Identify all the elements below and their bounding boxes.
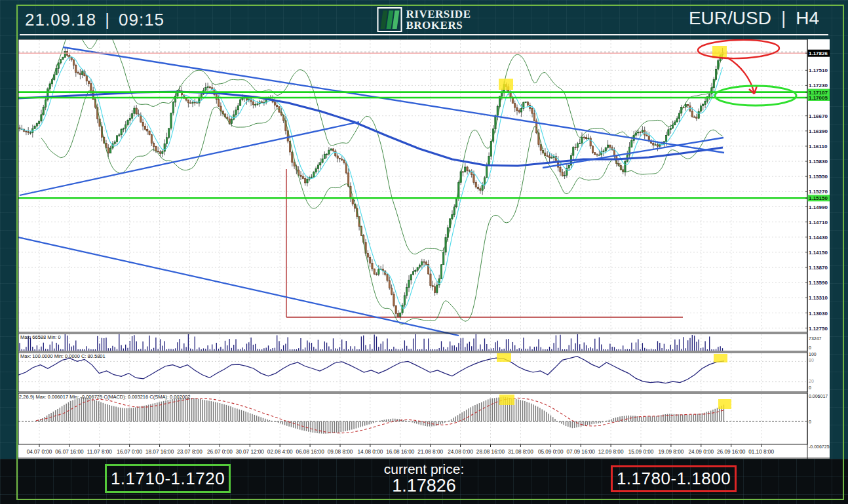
svg-text:24.08 0:00: 24.08 0:00 <box>448 449 473 455</box>
brand-line1: RIVERSIDE <box>406 9 471 20</box>
svg-text:09.08 8:00: 09.08 8:00 <box>328 449 353 455</box>
svg-text:1.15550: 1.15550 <box>809 174 828 180</box>
svg-text:1.12750: 1.12750 <box>809 326 828 332</box>
svg-text:80: 80 <box>809 358 814 362</box>
svg-text:Max: 66588 Min: 0: Max: 66588 Min: 0 <box>20 334 61 340</box>
timeframe-label: H4 <box>796 8 819 29</box>
svg-text:15.09 0:00: 15.09 0:00 <box>628 449 654 455</box>
svg-text:26.09 16:00: 26.09 16:00 <box>717 449 746 455</box>
date-label: 21.09.18 <box>25 10 96 30</box>
svg-text:24.09 0:00: 24.09 0:00 <box>688 449 714 455</box>
svg-text:2,26,9) Max: 0.006017 Min: -: 2,26,9) Max: 0.006017 Min: -0.006725 C(M… <box>19 394 190 400</box>
symbol-separator: | <box>781 8 786 29</box>
svg-text:05.09 0:00: 05.09 0:00 <box>538 449 564 455</box>
svg-text:1.14990: 1.14990 <box>809 204 828 210</box>
svg-text:14.08 0:00: 14.08 0:00 <box>358 449 383 455</box>
svg-text:23.07 8:00: 23.07 8:00 <box>177 449 202 455</box>
header-underline <box>20 34 828 35</box>
header-separator: | <box>105 10 110 30</box>
symbol-block: EUR/USD | H4 <box>689 8 819 29</box>
time-label: 09:15 <box>119 10 164 30</box>
svg-text:1.17510: 1.17510 <box>809 68 828 73</box>
svg-text:1.16390: 1.16390 <box>809 128 828 134</box>
svg-text:1.13030: 1.13030 <box>809 311 828 317</box>
svg-text:28.08 16:00: 28.08 16:00 <box>476 449 505 455</box>
time-axis-labels: 04.07 0:0006.07 16:0011.07 8:0016.07 0:0… <box>27 449 775 455</box>
svg-text:1.15830: 1.15830 <box>809 159 828 165</box>
resistance-zone-label: 1.1780-1.1800 <box>617 469 731 489</box>
svg-text:1.17005: 1.17005 <box>809 95 828 101</box>
svg-text:1.14150: 1.14150 <box>809 250 828 256</box>
svg-text:0.006017: 0.006017 <box>809 394 828 398</box>
svg-text:07.09 16:00: 07.09 16:00 <box>567 449 596 455</box>
svg-text:100: 100 <box>809 352 817 357</box>
svg-text:1.13870: 1.13870 <box>809 265 828 271</box>
svg-text:01.10 8:00: 01.10 8:00 <box>748 449 774 455</box>
datetime: 21.09.18 | 09:15 <box>25 10 164 30</box>
price-chart[interactable]: 1.178261.175101.172301.171071.170051.166… <box>18 39 830 459</box>
svg-text:12.09 8:00: 12.09 8:00 <box>598 449 624 455</box>
svg-text:1.13590: 1.13590 <box>809 280 828 286</box>
svg-text:04.07 0:00: 04.07 0:00 <box>27 449 52 455</box>
svg-text:18.07 16:00: 18.07 16:00 <box>145 449 174 455</box>
header: 21.09.18 | 09:15 RIVERSIDE BROKERS EUR/U… <box>18 5 830 38</box>
svg-text:02.08 4:00: 02.08 4:00 <box>267 449 293 455</box>
symbol-label: EUR/USD <box>689 8 771 29</box>
svg-text:21.08 8:00: 21.08 8:00 <box>417 449 443 455</box>
svg-text:1.15270: 1.15270 <box>809 189 828 195</box>
svg-text:11.07 8:00: 11.07 8:00 <box>87 449 113 455</box>
svg-text:Max: 100.0000 Min: 0.0000 C:: Max: 100.0000 Min: 0.0000 C: 80.5801 <box>20 353 106 359</box>
brand-bars-icon <box>377 7 402 32</box>
svg-text:16.07 0:00: 16.07 0:00 <box>117 449 142 455</box>
svg-text:-0.006725: -0.006725 <box>809 444 830 449</box>
svg-text:1.14710: 1.14710 <box>809 220 828 225</box>
svg-text:1.13310: 1.13310 <box>809 295 828 301</box>
svg-text:0: 0 <box>809 385 811 390</box>
svg-text:26.07 0:00: 26.07 0:00 <box>207 449 233 455</box>
svg-text:0: 0 <box>809 419 811 424</box>
svg-text:73247: 73247 <box>809 336 822 341</box>
svg-text:30.07 12:00: 30.07 12:00 <box>236 449 265 455</box>
svg-text:1.16110: 1.16110 <box>809 144 828 149</box>
svg-text:06.08 16:00: 06.08 16:00 <box>296 449 324 455</box>
svg-text:06.07 16:00: 06.07 16:00 <box>55 449 84 455</box>
svg-text:1.17826: 1.17826 <box>809 50 828 56</box>
svg-text:1.14430: 1.14430 <box>809 235 828 241</box>
svg-text:20: 20 <box>809 379 814 383</box>
svg-text:16.08 16:00: 16.08 16:00 <box>386 449 415 455</box>
svg-text:1.16670: 1.16670 <box>809 113 828 119</box>
svg-text:19.09 8:00: 19.09 8:00 <box>659 449 684 455</box>
svg-text:0: 0 <box>809 345 811 350</box>
brand-line2: BROKERS <box>406 20 471 31</box>
svg-text:1.17230: 1.17230 <box>809 83 828 88</box>
footer: 1.1710-1.1720 current price: 1.17826 1.1… <box>0 459 848 504</box>
svg-text:31.08 8:00: 31.08 8:00 <box>508 449 533 455</box>
resistance-zone-box: 1.1780-1.1800 <box>611 465 737 492</box>
brand-logo: RIVERSIDE BROKERS <box>377 7 471 32</box>
brand-name: RIVERSIDE BROKERS <box>406 9 471 31</box>
svg-text:1.15150: 1.15150 <box>809 195 828 201</box>
